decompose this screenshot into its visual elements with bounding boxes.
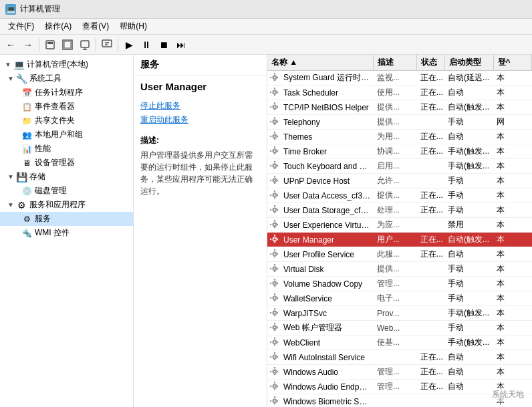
- next-button[interactable]: ⏭: [173, 37, 189, 53]
- svg-point-48: [273, 253, 275, 255]
- svc-desc: 启用...: [374, 159, 418, 173]
- service-gear-icon: [270, 132, 281, 142]
- service-row[interactable]: Time Broker协调...正在...手动(触发...本: [267, 144, 532, 159]
- svc-logon: 本: [494, 203, 532, 217]
- service-row[interactable]: Touch Keyboard and Ha...启用...手动(触发...本: [267, 159, 532, 174]
- svc-desc: 提供...: [374, 115, 418, 129]
- tree-item-storage[interactable]: ▼ 💾 存储: [0, 170, 133, 184]
- col-header-desc[interactable]: 描述: [374, 55, 417, 70]
- service-row[interactable]: Telephony提供...手动网: [267, 115, 532, 130]
- svc-desc: 提供...: [374, 100, 418, 114]
- right-panel: 名称 ▲ 描述 状态 启动类型 登^ System Guard 运行时监视...…: [267, 55, 532, 407]
- svg-point-42: [273, 223, 275, 225]
- col-header-starttype[interactable]: 启动类型: [445, 55, 494, 70]
- svc-logon: 本: [494, 291, 532, 305]
- svg-point-75: [273, 385, 275, 387]
- service-row[interactable]: Web 帐户管理器Web...手动本: [267, 321, 532, 335]
- svc-status: 正在...: [418, 380, 445, 394]
- tree-item-localusers[interactable]: 👥 本地用户和组: [0, 128, 133, 142]
- svc-name-text: Windows Biometric Servi...: [283, 397, 372, 406]
- service-desc-label: 描述:: [134, 131, 267, 148]
- svc-logon: 本: [494, 277, 532, 291]
- service-row[interactable]: User Profile Service此服...正在...自动本: [267, 247, 532, 262]
- tree-item-eventvwr[interactable]: 📋 事件查看器: [0, 100, 133, 114]
- stop-service-link[interactable]: 停止此服务: [140, 100, 260, 112]
- service-row[interactable]: User Data Access_cf3c1d6提供...正在...手动本: [267, 188, 532, 203]
- service-row[interactable]: Themes为用...正在...自动本: [267, 130, 532, 144]
- service-row[interactable]: User Manager用户...正在...自动(触发...本: [267, 233, 532, 247]
- svg-rect-0: [46, 41, 54, 49]
- menu-item-F[interactable]: 文件(F): [3, 19, 39, 33]
- svc-name-text: User Profile Service: [283, 250, 354, 259]
- tree-item-wmi[interactable]: 🔩 WMI 控件: [0, 226, 133, 240]
- service-row[interactable]: User Experience Virtualiz...为应...禁用本: [267, 218, 532, 233]
- svc-name-text: User Data Access_cf3c1d6: [283, 191, 372, 200]
- tree-arrow-svcapp: ▼: [5, 201, 16, 209]
- svc-status: 正在...: [418, 71, 445, 85]
- toolbar-btn-4[interactable]: [99, 37, 115, 53]
- svg-rect-4: [81, 41, 89, 47]
- tree-item-svcapp[interactable]: ▼ ⚙ 服务和应用程序: [0, 198, 133, 212]
- service-row[interactable]: Wifi AutoInstall Service正在...自动本: [267, 350, 532, 365]
- svc-starttype: 手动: [445, 174, 494, 188]
- back-button[interactable]: ←: [3, 37, 19, 53]
- toolbar-separator-3: [118, 38, 118, 51]
- service-row[interactable]: Virtual Disk提供...手动本: [267, 262, 532, 277]
- svc-name-cell: User Profile Service: [267, 248, 374, 261]
- service-desc-text: 用户管理器提供多用户交互所需要的运行时组件，如果停止此服务，某些应用程序可能无法…: [134, 148, 267, 198]
- toolbar-btn-3[interactable]: [77, 37, 93, 53]
- menu-item-H[interactable]: 帮助(H): [114, 19, 152, 33]
- tree-item-systools[interactable]: ▼ 🔧 系统工具: [0, 72, 133, 86]
- toolbar-btn-2[interactable]: [59, 37, 76, 53]
- title-bar: 💻 计算机管理: [0, 0, 532, 19]
- tree-item-perf[interactable]: 📊 性能: [0, 142, 133, 156]
- tree-label-svcapp: 服务和应用程序: [29, 199, 86, 211]
- svc-logon: 本: [494, 174, 532, 188]
- restart-service-link[interactable]: 重启动此服务: [140, 114, 260, 126]
- service-gear-icon: [270, 146, 281, 157]
- tree-item-taskschd[interactable]: 📅 任务计划程序: [0, 86, 133, 100]
- service-row[interactable]: WalletService电子...手动本: [267, 291, 532, 306]
- tree-item-sharedfolders[interactable]: 📁 共享文件夹: [0, 114, 133, 128]
- tree-item-devmgr[interactable]: 🖥 设备管理器: [0, 156, 133, 170]
- svc-name-text: WebClient: [283, 338, 320, 348]
- toolbar-btn-1[interactable]: [42, 37, 58, 53]
- menu-item-V[interactable]: 查看(V): [77, 19, 114, 33]
- tree-icon-svcapp: ⚙: [16, 200, 27, 211]
- pause-button[interactable]: ⏸: [138, 37, 154, 53]
- service-row[interactable]: Volume Shadow Copy管理...手动本: [267, 277, 532, 291]
- service-row[interactable]: User Data Storage_cf3c1...处理...正在...手动本: [267, 203, 532, 218]
- svc-desc: 提供...: [374, 262, 418, 276]
- tree-item-services[interactable]: ⚙ 服务: [0, 212, 133, 226]
- service-row[interactable]: TCP/IP NetBIOS Helper提供...正在...自动(触发...本: [267, 100, 532, 115]
- tree-arrow-systools: ▼: [5, 75, 16, 82]
- svc-logon: 本: [494, 350, 532, 364]
- service-row[interactable]: Windows Audio管理...正在...自动本: [267, 365, 532, 380]
- tree-label-perf: 性能: [35, 143, 51, 154]
- service-gear-icon: [270, 367, 281, 378]
- service-gear-icon: [270, 323, 281, 333]
- svc-name-cell: WebClient: [267, 336, 374, 350]
- tree-item-root[interactable]: ▼ 💻 计算机管理(本地): [0, 57, 133, 72]
- svc-logon: 本: [494, 144, 532, 158]
- col-header-name[interactable]: 名称 ▲: [267, 55, 374, 70]
- service-row[interactable]: Task Scheduler使用...正在...自动本: [267, 86, 532, 100]
- col-header-status[interactable]: 状态: [417, 55, 445, 70]
- svc-starttype: 手动(触发...: [445, 306, 494, 320]
- service-row[interactable]: WarpJITSvcProv...手动(触发...本: [267, 306, 532, 321]
- tree-label-localusers: 本地用户和组: [35, 129, 83, 140]
- tree-item-diskmgmt[interactable]: 💿 磁盘管理: [0, 184, 133, 198]
- svc-name-cell: Task Scheduler: [267, 86, 374, 100]
- service-row[interactable]: System Guard 运行时监视...监视...正在...自动(延迟...本: [267, 71, 532, 86]
- menu-item-A[interactable]: 操作(A): [39, 19, 77, 33]
- stop-button[interactable]: ⏹: [156, 37, 172, 53]
- service-row[interactable]: UPnP Device Host允许...手动本: [267, 174, 532, 188]
- tree-icon-localusers: 👥: [21, 130, 32, 140]
- col-header-logon[interactable]: 登^: [494, 55, 532, 70]
- svc-name-cell: Windows Audio Endpoint...: [267, 380, 374, 394]
- service-row[interactable]: WebClient使基...手动(触发...本: [267, 335, 532, 350]
- forward-button[interactable]: →: [20, 37, 36, 53]
- tree-label-systools: 系统工具: [29, 73, 61, 84]
- play-button[interactable]: ▶: [121, 37, 137, 53]
- svg-point-51: [273, 267, 275, 269]
